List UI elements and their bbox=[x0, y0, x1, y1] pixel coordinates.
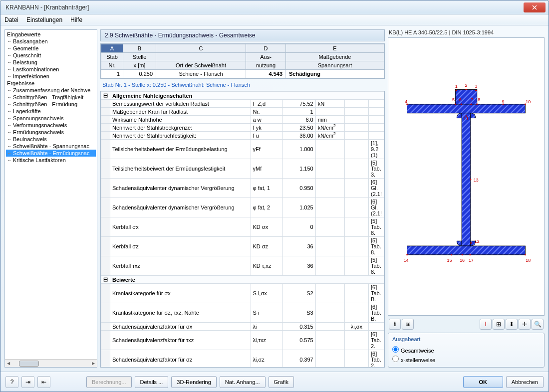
view-toolbar: ℹ ≋ I ⊞ ⬍ ✛ 🔍 bbox=[388, 318, 545, 331]
tree-item[interactable]: Kritische Lastfaktoren bbox=[6, 157, 96, 164]
tree-item[interactable]: Beulnachweis bbox=[6, 136, 96, 143]
detail-row[interactable]: Schadensäquivalenter dynamischer Vergröß… bbox=[101, 198, 384, 217]
opt-xstellen[interactable]: x-stellenweise bbox=[392, 355, 540, 364]
detail-row[interactable]: Schadensäquivalenzfaktor für τxzλi,τxz0.… bbox=[101, 331, 384, 350]
natanhang-button[interactable]: Nat. Anhang... bbox=[220, 376, 266, 388]
detail-row[interactable]: Kranlastkategorie für σxS i,σxS2[6] Tab.… bbox=[101, 284, 384, 303]
import-icon: ⇥ bbox=[25, 379, 30, 386]
info-icon: ℹ bbox=[394, 321, 396, 328]
summary-grid[interactable]: A B C D E Stab Stelle Aus- Maßgebende bbox=[100, 43, 385, 79]
row-ort[interactable]: Schiene - Flansch bbox=[156, 70, 246, 78]
tree-item[interactable]: Geometrie bbox=[6, 45, 96, 52]
detail-row[interactable]: Maßgebender Kran für RadlastNr.1 bbox=[101, 108, 384, 116]
tree-item[interactable]: Basisangaben bbox=[6, 38, 96, 45]
opt-gesamt[interactable]: Gesamtweise bbox=[392, 345, 540, 355]
help-button[interactable]: ? bbox=[5, 376, 18, 388]
stress-button[interactable]: ≋ bbox=[402, 319, 414, 330]
svg-text:5: 5 bbox=[452, 97, 455, 102]
detail-row[interactable]: Schadensäquivalenter dynamischer Vergröß… bbox=[101, 179, 384, 198]
tree-root[interactable]: Eingabewerte bbox=[6, 31, 96, 38]
col-d[interactable]: D bbox=[246, 44, 286, 53]
row-x[interactable]: 0.250 bbox=[123, 70, 156, 78]
svg-text:15: 15 bbox=[447, 258, 452, 263]
svg-text:4: 4 bbox=[405, 99, 407, 104]
tree-root[interactable]: Ergebnisse bbox=[6, 80, 96, 87]
row-ausnutzung[interactable]: 4.543 bbox=[246, 70, 286, 78]
scroll-right-icon[interactable]: ▶ bbox=[90, 360, 97, 367]
detail-row[interactable]: Kerbfall τxzKD τ,xz36[5] Tab. 8. bbox=[101, 256, 384, 276]
cancel-button[interactable]: Abbrechen bbox=[506, 376, 544, 388]
detail-row[interactable]: Kerbfall σxKD σx0[5] Tab. 8. bbox=[101, 217, 384, 237]
output-title: Ausgabeart bbox=[392, 336, 540, 342]
detail-row[interactable]: Kerbfall σzKD σz36[5] Tab. 8. bbox=[101, 237, 384, 256]
row-value: 1 bbox=[282, 108, 315, 116]
export-button[interactable]: ⇤ bbox=[37, 376, 50, 388]
info-button[interactable]: ℹ bbox=[389, 319, 401, 330]
detail-row[interactable]: Teilsicherheitsbeiwert der Ermüdungsbela… bbox=[101, 140, 384, 159]
tree-item[interactable]: Spannungsnachweis bbox=[6, 115, 96, 122]
detail-row[interactable]: Schadensäquivalenzfaktor für σxλi0.315λi… bbox=[101, 323, 384, 331]
row-ref bbox=[368, 100, 384, 108]
col-e[interactable]: E bbox=[286, 44, 384, 53]
col-a[interactable]: A bbox=[101, 44, 123, 53]
zoom-button[interactable]: 🔍 bbox=[532, 319, 544, 330]
detail-row[interactable]: Wirksame Nahthöhea w6.0mm bbox=[101, 116, 384, 124]
menu-datei[interactable]: Datei bbox=[4, 16, 18, 23]
grid-button[interactable]: ⊞ bbox=[493, 319, 505, 330]
menu-hilfe[interactable]: Hilfe bbox=[70, 16, 82, 23]
tree-item[interactable]: Imperfektionen bbox=[6, 73, 96, 80]
tree-item[interactable]: Verformungsnachweis bbox=[6, 122, 96, 129]
tree-item[interactable]: Schnittgrößen - Tragfähigkeit bbox=[6, 94, 96, 101]
tree-item[interactable]: Schnittgrößen - Ermüdung bbox=[6, 101, 96, 108]
row-spannungsart[interactable]: Schädigung bbox=[286, 70, 384, 78]
tree-item[interactable]: Lastkombinationen bbox=[6, 66, 96, 73]
tree-item[interactable]: Ermüdungsnachweis bbox=[6, 129, 96, 136]
h2-3: nutzung bbox=[246, 61, 286, 70]
ok-button[interactable]: OK bbox=[463, 376, 503, 388]
render3d-button[interactable]: 3D-Rendering bbox=[171, 376, 216, 388]
tree-item[interactable]: Schweißnähte - Spannungsnac bbox=[6, 143, 96, 150]
detail-row[interactable]: Schadensäquivalenzfaktor für σzλi,σz0.39… bbox=[101, 350, 384, 368]
row-stab[interactable]: 1 bbox=[101, 70, 123, 78]
dimension-button[interactable]: ⬍ bbox=[506, 319, 518, 330]
row-symbol: φ fat, 2 bbox=[251, 198, 282, 217]
close-button[interactable] bbox=[524, 2, 546, 12]
tree-item[interactable]: Lagerkräfte bbox=[6, 108, 96, 115]
collapse-icon[interactable]: ⊟ bbox=[101, 276, 110, 284]
detail-row[interactable]: Teilsicherheitsbeiwert der Ermüdungsfest… bbox=[101, 159, 384, 179]
details-button[interactable]: Details ... bbox=[135, 376, 169, 388]
sidebar-hscroll[interactable]: ◀ ▶ bbox=[5, 359, 97, 367]
tree-item[interactable]: Belastung bbox=[6, 59, 96, 66]
grafik-button[interactable]: Grafik bbox=[269, 376, 294, 388]
detail-row[interactable]: Bemessungswert der vertikalen RadlastF Z… bbox=[101, 100, 384, 108]
detail-grid[interactable]: ⊟Allgemeine NahteigenschaftenBemessungsw… bbox=[100, 91, 385, 368]
tree-item[interactable]: Zusammenfassung der Nachwe bbox=[6, 87, 96, 94]
scroll-left-icon[interactable]: ◀ bbox=[5, 360, 12, 367]
radio-xstellen[interactable] bbox=[392, 356, 399, 362]
tree-item[interactable]: Schweißnähte - Ermüdungsnac bbox=[6, 150, 96, 157]
profile-button[interactable]: I bbox=[480, 319, 492, 330]
collapse-icon[interactable]: ⊟ bbox=[101, 92, 110, 100]
detail-row[interactable]: Kranlastkategorie für σz, τxz, NähteS iS… bbox=[101, 303, 384, 323]
radio-gesamt[interactable] bbox=[392, 346, 399, 353]
col-c[interactable]: C bbox=[156, 44, 246, 53]
import-button[interactable]: ⇥ bbox=[21, 376, 34, 388]
cross-section-view[interactable]: 123 456 78910 11 12 13 141516 1718 bbox=[388, 37, 545, 316]
col-b[interactable]: B bbox=[123, 44, 156, 53]
menu-einstellungen[interactable]: Einstellungen bbox=[26, 16, 62, 23]
tree-item[interactable]: Querschnitt bbox=[6, 52, 96, 59]
sidebar: EingabewerteBasisangabenGeometrieQuersch… bbox=[4, 29, 97, 368]
window-title: KRANBAHN - [Kranbahnträger] bbox=[3, 4, 524, 11]
row-symbol: λi bbox=[251, 323, 282, 331]
row-label: Kranlastkategorie für σx bbox=[110, 284, 251, 303]
detail-subhead: Stab Nr. 1 - Stelle x: 0.250 - Schweißna… bbox=[100, 81, 385, 89]
detail-row[interactable]: Nennwert der Stahlbruchfestigkeit:f u36.… bbox=[101, 132, 384, 140]
nav-tree[interactable]: EingabewerteBasisangabenGeometrieQuersch… bbox=[5, 30, 97, 359]
row-label: Schadensäquivalenzfaktor für σz bbox=[110, 350, 251, 368]
row-symbol: λi,τxz bbox=[251, 331, 282, 350]
axes-button[interactable]: ✛ bbox=[519, 319, 531, 330]
scroll-thumb[interactable] bbox=[19, 361, 39, 367]
row-ref: [5] Tab. 3. bbox=[368, 159, 384, 179]
svg-point-37 bbox=[406, 254, 408, 255]
detail-row[interactable]: Nennwert der Stahlstreckgrenze:f yk23.50… bbox=[101, 124, 384, 132]
